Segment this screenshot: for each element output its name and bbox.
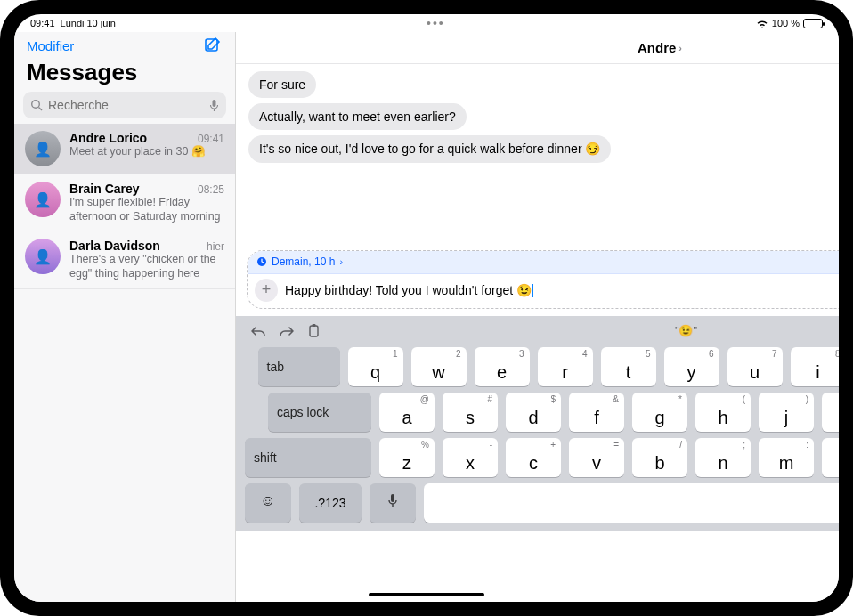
key-z[interactable]: z% [379,438,435,477]
svg-line-2 [39,108,43,111]
svg-rect-6 [310,326,318,336]
svg-rect-7 [313,324,316,327]
message-in[interactable]: It's so nice out, I'd love to go for a q… [248,135,611,162]
key-n[interactable]: n; [695,438,751,477]
search-icon [30,99,43,111]
key-hint: ; [743,440,745,450]
thread-title-text: Andre [638,40,676,55]
status-bar: 09:41 Lundi 10 juin ••• 100 % [14,14,839,32]
key-f[interactable]: f& [569,393,624,432]
key-hint: : [806,440,808,450]
redo-button[interactable] [279,325,295,337]
key-m[interactable]: m: [759,438,814,477]
clipboard-button[interactable] [307,323,321,338]
key-hint: 3 [519,349,524,359]
key-hint: $ [550,394,556,404]
key-d[interactable]: d$ [506,393,561,432]
key-a[interactable]: a@ [379,393,435,432]
undo-button[interactable] [250,325,266,337]
conversation-time: 09:41 [198,133,224,145]
key-j[interactable]: j) [759,393,814,432]
home-indicator[interactable] [369,593,484,596]
multitask-dots[interactable]: ••• [116,16,756,30]
key-t[interactable]: t5 [601,347,656,386]
text-caret [532,284,533,297]
compose-input[interactable]: Happy birthday! Told you I wouldn't forg… [285,283,839,298]
conversation-time: hier [207,240,224,253]
schedule-label: Demain, 10 h [272,255,335,268]
key-w[interactable]: w2 [411,347,467,386]
status-time: 09:41 [30,18,55,28]
key-u[interactable]: u7 [727,347,783,386]
edit-button[interactable]: Modifier [27,38,74,53]
key-q[interactable]: q1 [348,347,403,386]
clock-icon [256,256,267,267]
key-r[interactable]: r4 [538,347,593,386]
key-c[interactable]: c+ [506,438,561,477]
shift-key-left[interactable]: shift [245,438,371,477]
conversation-item[interactable]: 👤 Andre Lorico 09:41 Meet at your place … [14,124,235,174]
message-in[interactable]: Actually, want to meet even earlier? [248,103,467,130]
key-,[interactable]: ,! [822,438,839,477]
dictation-key[interactable] [370,483,416,523]
key-hint: 8 [835,349,839,359]
dictation-icon[interactable] [209,99,219,112]
key-hint: 2 [456,349,461,359]
key-i[interactable]: i8 [791,347,840,386]
key-hint: # [487,394,492,404]
ipad-device-frame: 09:41 Lundi 10 juin ••• 100 % Modifier [0,0,853,616]
key-h[interactable]: h( [695,393,751,432]
capslock-key[interactable]: caps lock [268,393,371,432]
message-in[interactable]: For sure [248,71,316,98]
key-g[interactable]: g* [632,393,687,432]
emoji-key[interactable]: ☺ [245,483,291,523]
tab-key[interactable]: tab [258,347,340,386]
conversation-time: 08:25 [198,183,224,196]
avatar: 👤 [25,182,61,217]
key-x[interactable]: x- [443,438,498,477]
sidebar: Modifier Messages [14,32,236,602]
space-key[interactable] [424,483,839,523]
messages-scroll[interactable]: For sure Actually, want to meet even ear… [236,64,839,245]
screen: 09:41 Lundi 10 juin ••• 100 % Modifier [14,14,839,602]
conversation-list: 👤 Andre Lorico 09:41 Meet at your place … [14,124,235,602]
key-hint: ) [806,394,808,404]
key-hint: 6 [709,349,714,359]
search-field[interactable] [23,92,226,118]
key-hint: * [678,394,682,404]
keyboard-suggestion[interactable]: "😉" [675,324,697,337]
status-date: Lundi 10 juin [61,18,116,28]
thread-header: Andre › [236,32,839,64]
conversation-name: Brain Carey [69,182,140,196]
battery-icon [803,19,823,28]
key-hint: % [421,440,429,450]
avatar: 👤 [25,131,61,166]
svg-rect-11 [391,494,394,502]
conversation-preview: I'm super flexible! Friday afternoon or … [69,196,224,223]
schedule-chip[interactable]: Demain, 10 h › × [248,251,839,274]
attach-button[interactable]: + [255,279,278,302]
avatar: 👤 [25,239,61,274]
conversation-item[interactable]: 👤 Brain Carey 08:25 I'm super flexible! … [14,174,235,231]
numeric-key-left[interactable]: .?123 [299,483,362,523]
thread-title[interactable]: Andre › [638,40,682,55]
key-hint: - [490,440,492,450]
key-e[interactable]: e3 [475,347,530,386]
key-y[interactable]: y6 [664,347,719,386]
keyboard: "😉" AA tab q1w2e3r4t5y6u7i8o9p0delete ca… [236,316,839,531]
key-s[interactable]: s# [443,393,498,432]
key-hint: / [679,440,682,450]
chevron-right-icon: › [678,43,682,53]
svg-point-1 [32,101,40,109]
key-v[interactable]: v= [569,438,624,477]
battery-percent: 100 % [772,18,800,28]
key-k[interactable]: k' [822,393,839,432]
search-input[interactable] [48,98,204,112]
key-b[interactable]: b/ [632,438,687,477]
sidebar-title: Messages [14,57,235,92]
wifi-icon [756,19,768,28]
compose-button[interactable] [203,36,223,55]
conversation-item[interactable]: 👤 Darla Davidson hier There's a very "ch… [14,231,235,288]
key-hint: + [550,440,556,450]
conversation-name: Andre Lorico [69,131,147,145]
